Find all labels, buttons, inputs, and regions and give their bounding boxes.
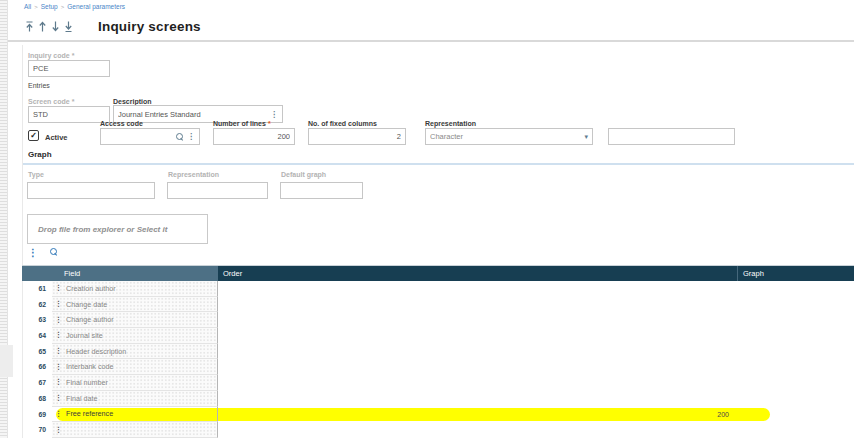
- order-cell[interactable]: [218, 297, 737, 313]
- drag-handle-icon[interactable]: ⋮: [52, 284, 66, 292]
- order-cell[interactable]: [218, 422, 737, 438]
- graph-cell[interactable]: [737, 281, 854, 297]
- drag-handle-icon[interactable]: ⋮: [52, 300, 66, 308]
- field-cell[interactable]: ⋮ Free reference: [52, 407, 218, 423]
- order-cell[interactable]: [218, 359, 737, 375]
- breadcrumb: All>Setup>General parameters: [24, 3, 128, 10]
- drag-handle-icon[interactable]: ⋮: [52, 378, 66, 386]
- drag-handle-icon[interactable]: ⋮: [52, 331, 66, 339]
- graph-cell[interactable]: [737, 422, 854, 438]
- row-number[interactable]: 65: [22, 344, 52, 360]
- first-record-icon[interactable]: [24, 20, 35, 33]
- table-row: 70 ⋮: [22, 422, 854, 438]
- panel-collapse-handle[interactable]: [0, 345, 13, 377]
- row-number[interactable]: 70: [22, 422, 52, 438]
- row-number[interactable]: 62: [22, 297, 52, 313]
- column-header-graph[interactable]: Graph: [737, 266, 854, 281]
- graph-section-divider: [23, 163, 854, 165]
- extra-field[interactable]: [608, 128, 735, 145]
- number-of-lines-field[interactable]: 200: [213, 128, 295, 145]
- default-graph-field[interactable]: [280, 182, 363, 199]
- table-search-icon[interactable]: [50, 248, 60, 258]
- header-separator: [8, 40, 854, 42]
- screen-code-label: Screen code*: [28, 98, 74, 105]
- breadcrumb-separator: >: [34, 4, 38, 10]
- graph-representation-field[interactable]: [167, 182, 268, 199]
- field-name: Final number: [66, 378, 108, 387]
- field-cell[interactable]: ⋮ Creation author: [52, 281, 218, 297]
- field-name: Free reference: [66, 409, 113, 418]
- field-cell[interactable]: ⋮ Final number: [52, 375, 218, 391]
- fixed-columns-field[interactable]: 2: [308, 128, 406, 145]
- row-number[interactable]: 66: [22, 359, 52, 375]
- access-code-field[interactable]: ⋮: [100, 128, 200, 145]
- field-cell[interactable]: ⋮ Change date: [52, 297, 218, 313]
- table-row: 62 ⋮ Change date: [22, 297, 854, 313]
- breadcrumb-general-parameters[interactable]: General parameters: [67, 3, 125, 10]
- inquiry-code-field[interactable]: PCE: [28, 60, 110, 77]
- description-menu-icon[interactable]: ⋮: [270, 110, 278, 119]
- row-number[interactable]: 68: [22, 391, 52, 407]
- order-cell[interactable]: [218, 281, 737, 297]
- order-cell[interactable]: [218, 375, 737, 391]
- drag-handle-icon[interactable]: ⋮: [52, 394, 66, 402]
- lookup-icon[interactable]: [176, 133, 184, 141]
- drag-handle-icon[interactable]: ⋮: [52, 363, 66, 371]
- drag-handle-icon[interactable]: ⋮: [52, 426, 66, 434]
- field-cell[interactable]: ⋮ Header description: [52, 344, 218, 360]
- row-number[interactable]: 63: [22, 312, 52, 328]
- field-cell[interactable]: ⋮: [52, 422, 218, 438]
- active-checkbox[interactable]: ✓: [28, 130, 39, 141]
- field-cell[interactable]: ⋮ Final date: [52, 391, 218, 407]
- field-name: Interbank code: [66, 362, 114, 371]
- screen-code-field[interactable]: STD: [28, 106, 110, 123]
- breadcrumb-all[interactable]: All: [24, 3, 31, 10]
- field-name: Change author: [66, 315, 114, 324]
- field-cell[interactable]: ⋮ Journal site: [52, 328, 218, 344]
- graph-cell[interactable]: [737, 359, 854, 375]
- field-cell[interactable]: ⋮ Change author: [52, 312, 218, 328]
- graph-cell[interactable]: [737, 344, 854, 360]
- page-title: Inquiry screens: [98, 19, 201, 34]
- representation-select[interactable]: Character ▾: [425, 128, 593, 145]
- field-name: Final date: [66, 394, 98, 403]
- column-header-order[interactable]: Order: [218, 266, 737, 281]
- default-graph-label: Default graph: [281, 171, 326, 178]
- table-header-row: Field Order Graph: [22, 265, 854, 281]
- table-toolbar: ⋮: [28, 247, 60, 258]
- row-number[interactable]: 64: [22, 328, 52, 344]
- previous-record-icon[interactable]: [37, 20, 48, 33]
- column-header-field[interactable]: Field: [22, 266, 218, 281]
- row-number[interactable]: 69: [22, 407, 52, 423]
- chevron-down-icon[interactable]: ▾: [584, 133, 588, 141]
- row-number[interactable]: 67: [22, 375, 52, 391]
- table-menu-icon[interactable]: ⋮: [28, 247, 38, 258]
- order-cell[interactable]: [218, 391, 737, 407]
- table-row: 69 ⋮ Free reference 200: [22, 407, 854, 423]
- order-cell[interactable]: [218, 344, 737, 360]
- graph-cell[interactable]: [737, 375, 854, 391]
- graph-cell[interactable]: [737, 312, 854, 328]
- graph-cell[interactable]: [737, 328, 854, 344]
- graph-type-field[interactable]: [27, 182, 155, 199]
- graph-cell[interactable]: [737, 407, 854, 423]
- file-dropzone[interactable]: Drop file from explorer or Select it: [27, 214, 208, 244]
- order-cell[interactable]: [218, 328, 737, 344]
- next-record-icon[interactable]: [50, 20, 61, 33]
- order-cell[interactable]: 200: [218, 407, 737, 423]
- order-cell[interactable]: [218, 312, 737, 328]
- breadcrumb-separator: >: [61, 4, 65, 10]
- drag-handle-icon[interactable]: ⋮: [52, 316, 66, 324]
- access-code-menu-icon[interactable]: ⋮: [187, 132, 195, 141]
- graph-cell[interactable]: [737, 297, 854, 313]
- table-row: 65 ⋮ Header description: [22, 344, 854, 360]
- row-number[interactable]: 61: [22, 281, 52, 297]
- graph-cell[interactable]: [737, 391, 854, 407]
- field-cell[interactable]: ⋮ Interbank code: [52, 359, 218, 375]
- drag-handle-icon[interactable]: ⋮: [52, 347, 66, 355]
- drag-handle-icon[interactable]: ⋮: [52, 410, 66, 418]
- last-record-icon[interactable]: [63, 20, 74, 33]
- breadcrumb-setup[interactable]: Setup: [41, 3, 58, 10]
- description-label: Description: [113, 98, 152, 105]
- checkmark-icon: ✓: [30, 131, 37, 140]
